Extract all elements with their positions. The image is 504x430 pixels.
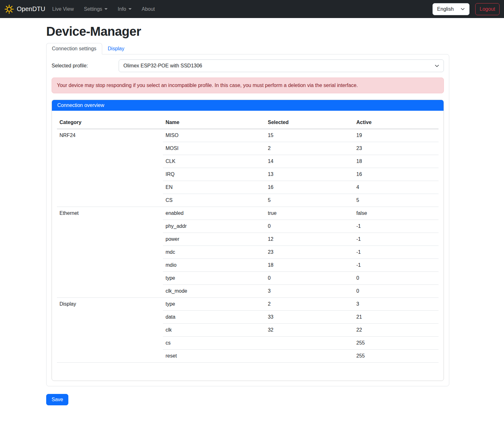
nav-item-settings[interactable]: Settings (81, 4, 110, 15)
active-cell: -1 (354, 233, 439, 246)
active-cell: 4 (354, 181, 439, 194)
card-body: CategoryNameSelectedActive NRF24MISO1519… (52, 111, 444, 381)
category-cell: Ethernet (57, 207, 163, 298)
nav-item-about[interactable]: About (139, 4, 158, 15)
selected-cell: 18 (265, 259, 354, 272)
chevron-down-icon (461, 7, 465, 11)
active-cell: 16 (354, 168, 439, 181)
navbar: OpenDTU Live View Settings Info About En… (0, 0, 504, 18)
selected-cell: 5 (265, 194, 354, 207)
selected-cell: 12 (265, 233, 354, 246)
caret-down-icon (128, 8, 132, 10)
card-header: Connection overview (52, 100, 444, 111)
name-cell: type (163, 298, 265, 311)
category-cell: NRF24 (57, 129, 163, 207)
table-row: NRF24MISO1519 (57, 129, 439, 142)
nav-item-live-view[interactable]: Live View (50, 4, 76, 15)
profile-select-label: Selected profile: (52, 63, 119, 69)
selected-cell: 23 (265, 246, 354, 259)
name-cell: data (163, 311, 265, 324)
profile-row: Selected profile: Olimex ESP32-POE with … (52, 59, 444, 72)
name-cell: type (163, 272, 265, 285)
name-cell: IRQ (163, 168, 265, 181)
column-header: Selected (265, 116, 354, 129)
active-cell: 22 (354, 324, 439, 337)
brand-label: OpenDTU (17, 5, 45, 13)
logout-button[interactable]: Logout (475, 3, 500, 15)
save-button[interactable]: Save (46, 394, 68, 405)
language-select[interactable]: English (432, 3, 470, 15)
column-header: Active (354, 116, 439, 129)
brand-link[interactable]: OpenDTU (4, 4, 45, 14)
table-header-row: CategoryNameSelectedActive (57, 116, 439, 129)
tab-display[interactable]: Display (102, 43, 130, 54)
profile-select-value: Olimex ESP32-POE with SSD1306 (123, 63, 202, 69)
name-cell: CLK (163, 155, 265, 168)
name-cell: reset (163, 350, 265, 363)
selected-cell: true (265, 207, 354, 220)
nav-item-label: About (142, 6, 155, 12)
active-cell: 19 (354, 129, 439, 142)
selected-cell: 0 (265, 272, 354, 285)
selected-cell: 32 (265, 324, 354, 337)
active-cell: -1 (354, 246, 439, 259)
selected-cell: 15 (265, 129, 354, 142)
active-cell: 18 (354, 155, 439, 168)
connection-overview-table: CategoryNameSelectedActive NRF24MISO1519… (57, 116, 439, 363)
table-row: Ethernetenabledtruefalse (57, 207, 439, 220)
table-row: Displaytype23 (57, 298, 439, 311)
active-cell: -1 (354, 259, 439, 272)
nav-item-label: Info (118, 6, 126, 12)
selected-cell: 2 (265, 298, 354, 311)
category-cell: Display (57, 298, 163, 363)
selected-cell: 16 (265, 181, 354, 194)
selected-cell (265, 337, 354, 350)
name-cell: CS (163, 194, 265, 207)
column-header: Name (163, 116, 265, 129)
chevron-down-icon (435, 64, 439, 68)
active-cell: 255 (354, 350, 439, 363)
nav-links: Live View Settings Info About (50, 4, 432, 15)
selected-cell: 13 (265, 168, 354, 181)
name-cell: EN (163, 181, 265, 194)
selected-cell: 3 (265, 285, 354, 298)
caret-down-icon (104, 8, 108, 10)
sun-icon (4, 4, 14, 14)
language-select-value: English (437, 6, 454, 12)
tab-bar: Connection settings Display (46, 43, 449, 54)
name-cell: clk_mode (163, 285, 265, 298)
connection-overview-card: Connection overview CategoryNameSelected… (52, 100, 444, 381)
nav-item-info[interactable]: Info (115, 4, 134, 15)
nav-item-label: Live View (52, 6, 74, 12)
profile-select[interactable]: Olimex ESP32-POE with SSD1306 (119, 59, 444, 72)
navbar-right: English Logout (432, 3, 500, 15)
active-cell: 0 (354, 285, 439, 298)
active-cell: 255 (354, 337, 439, 350)
page-title: Device-Manager (46, 24, 449, 39)
selected-cell (265, 350, 354, 363)
column-header: Category (57, 116, 163, 129)
active-cell: 3 (354, 298, 439, 311)
selected-cell: 14 (265, 155, 354, 168)
active-cell: 21 (354, 311, 439, 324)
active-cell: 5 (354, 194, 439, 207)
tab-connection-settings[interactable]: Connection settings (46, 43, 102, 54)
active-cell: -1 (354, 220, 439, 233)
name-cell: mdio (163, 259, 265, 272)
selected-cell: 0 (265, 220, 354, 233)
active-cell: false (354, 207, 439, 220)
incompatible-profile-warning: Your device may stop responding if you s… (52, 78, 444, 93)
nav-item-label: Settings (84, 6, 102, 12)
selected-cell: 33 (265, 311, 354, 324)
selected-cell: 2 (265, 142, 354, 155)
name-cell: cs (163, 337, 265, 350)
name-cell: mdc (163, 246, 265, 259)
name-cell: power (163, 233, 265, 246)
name-cell: MOSI (163, 142, 265, 155)
name-cell: MISO (163, 129, 265, 142)
active-cell: 0 (354, 272, 439, 285)
name-cell: clk (163, 324, 265, 337)
name-cell: phy_addr (163, 220, 265, 233)
active-cell: 23 (354, 142, 439, 155)
main-content: Device-Manager Connection settings Displ… (46, 24, 449, 405)
